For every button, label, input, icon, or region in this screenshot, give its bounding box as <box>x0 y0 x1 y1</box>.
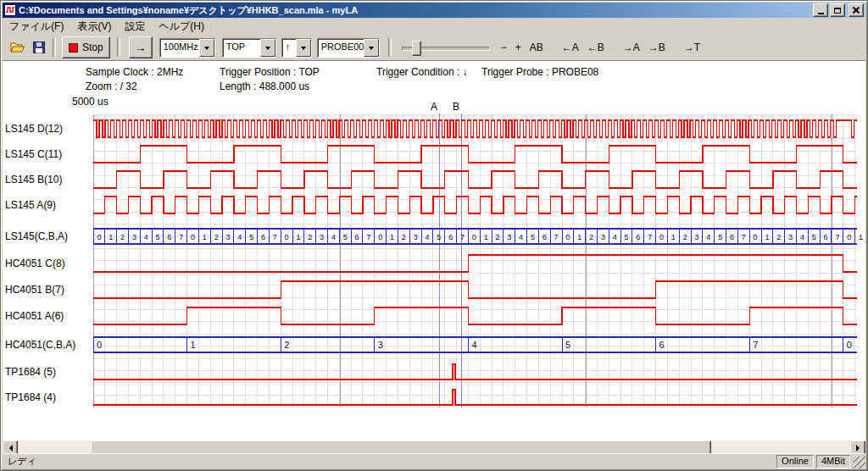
menu-item-view[interactable]: 表示(V) <box>70 18 118 36</box>
trigger-probe-select[interactable]: PROBE00 <box>317 38 380 58</box>
window-title: C:¥Documents and Settings¥noname¥デスクトップ¥… <box>19 4 811 17</box>
bus-value: 1 <box>577 233 581 241</box>
clock-rate-select[interactable]: 100MHz <box>159 38 215 58</box>
channel-label: LS145 D(12) <box>5 123 63 135</box>
bus-value: 4 <box>426 233 430 241</box>
arrow-right-icon <box>856 445 863 452</box>
jump-left-to-b-button[interactable]: ←B <box>583 37 609 58</box>
bus-value: 6 <box>636 233 640 241</box>
bus-value: 1 <box>203 233 207 241</box>
app-icon <box>4 4 16 16</box>
trigger-position-select[interactable]: TOP <box>222 38 276 58</box>
bus-value: 6 <box>448 233 453 241</box>
stop-button[interactable]: Stop <box>62 36 110 58</box>
bus-value: 5 <box>531 233 535 241</box>
bus-value: 4 <box>613 233 617 241</box>
channel-label: TP1684 (5) <box>5 366 56 378</box>
minimize-button[interactable] <box>813 3 828 17</box>
zoom-out-button[interactable]: − <box>497 37 511 58</box>
chevron-down-icon <box>301 47 306 53</box>
jump-to-trigger-button[interactable]: →T <box>680 37 704 58</box>
save-file-button[interactable] <box>28 37 49 58</box>
menu-item-file[interactable]: ファイル(F) <box>3 18 70 36</box>
channel-label: HC4051 C(8) <box>5 258 65 269</box>
bus-value: 3 <box>788 233 793 241</box>
sample-clock-label: Sample Clock : 2MHz <box>86 66 183 78</box>
toolbar: Stop → 100MHz TOP ↑ PROBE00 − + AB ←A ←B <box>3 35 865 61</box>
bus-value: 0 <box>97 340 102 350</box>
bus-value: 4 <box>706 233 710 241</box>
maximize-icon <box>834 8 841 14</box>
jump-left-to-a-button[interactable]: ←A <box>558 37 583 58</box>
bus-value: 4 <box>471 340 476 350</box>
resize-grip[interactable] <box>854 457 865 468</box>
bus-value: 0 <box>754 233 758 241</box>
bus-value: 3 <box>225 233 230 241</box>
trigger-probe-label: Trigger Probe : PROBE08 <box>481 66 598 78</box>
run-button[interactable]: → <box>129 36 153 58</box>
toolbar-separator <box>53 38 56 57</box>
bus-value: 2 <box>402 233 406 241</box>
channel-label: HC4051 A(6) <box>5 310 64 322</box>
stop-icon <box>69 43 78 53</box>
minimize-icon <box>818 13 824 14</box>
jump-right-to-a-button[interactable]: →A <box>619 37 644 58</box>
bus-value: 7 <box>753 340 758 350</box>
bus-value: 5 <box>625 233 629 241</box>
floppy-disk-icon <box>33 42 45 53</box>
bus-value: 0 <box>285 233 289 241</box>
jump-right-to-b-button[interactable]: →B <box>644 37 670 58</box>
bus-value: 1 <box>765 233 769 241</box>
zoom-in-button[interactable]: + <box>511 37 526 58</box>
bus-value: 0 <box>97 233 101 241</box>
bus-value: 2 <box>308 233 312 241</box>
bus-value: 5 <box>718 233 722 241</box>
dropdown-button[interactable] <box>364 39 379 57</box>
chevron-down-icon <box>369 47 374 53</box>
status-bar: レディ Online 4MBit <box>3 453 865 468</box>
close-button[interactable] <box>849 3 864 17</box>
time-ref-label: 5000 us <box>72 96 108 108</box>
bus-value: 4 <box>237 233 242 241</box>
bus-value: 6 <box>824 233 828 241</box>
dropdown-button[interactable] <box>260 39 275 57</box>
status-memory-badge: 4MBit <box>816 455 850 468</box>
length-label: Length : 488.000 us <box>220 80 309 92</box>
bus-value: 1 <box>108 233 113 241</box>
open-folder-icon <box>10 42 25 53</box>
dropdown-button[interactable] <box>199 39 214 57</box>
open-file-button[interactable] <box>7 37 28 58</box>
bus-value: 3 <box>694 233 698 241</box>
bus-value: 2 <box>214 233 219 241</box>
bus-value: 4 <box>800 233 804 241</box>
ab-markers-button[interactable]: AB <box>526 37 548 58</box>
title-bar: C:¥Documents and Settings¥noname¥デスクトップ¥… <box>3 3 865 18</box>
bus-value: 7 <box>273 233 277 241</box>
menu-item-settings[interactable]: 設定 <box>118 18 152 36</box>
dropdown-button[interactable] <box>296 39 311 57</box>
maximize-button[interactable] <box>830 3 845 17</box>
bus-value: 0 <box>378 233 382 241</box>
bus-value: 4 <box>144 233 148 241</box>
status-ready-label: レディ <box>3 455 36 468</box>
toolbar-separator <box>117 38 120 57</box>
bus-value: 6 <box>542 233 547 241</box>
zoom-slider[interactable] <box>402 37 490 58</box>
logic-trace <box>93 255 857 272</box>
bus-value: 6 <box>659 340 665 350</box>
logic-trace <box>93 146 857 163</box>
trigger-edge-select[interactable]: ↑ <box>281 38 312 58</box>
bus-value: 7 <box>179 233 183 241</box>
bus-value: 3 <box>320 233 324 241</box>
chevron-down-icon <box>204 47 209 53</box>
marker-label: B <box>453 101 459 113</box>
chevron-down-icon <box>265 47 270 53</box>
logic-trace <box>93 197 857 213</box>
slider-thumb[interactable] <box>412 41 421 56</box>
bus-value: 7 <box>742 233 746 241</box>
bus-value: 2 <box>284 340 289 350</box>
menu-item-help[interactable]: ヘルプ(H) <box>152 18 211 36</box>
horizontal-scrollbar[interactable] <box>3 441 865 454</box>
bus-value: 3 <box>414 233 418 241</box>
logic-trace <box>93 171 857 188</box>
